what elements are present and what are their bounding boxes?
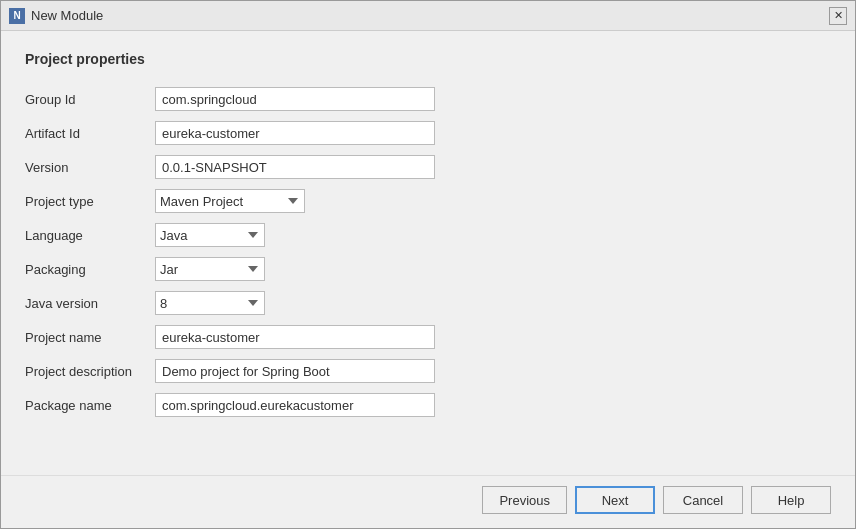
project-description-input[interactable]: [155, 359, 435, 383]
project-name-input[interactable]: [155, 325, 435, 349]
packaging-select[interactable]: Jar War: [155, 257, 265, 281]
next-button[interactable]: Next: [575, 486, 655, 514]
package-name-input[interactable]: [155, 393, 435, 417]
packaging-label: Packaging: [25, 262, 155, 277]
project-type-select[interactable]: Maven Project Gradle Project: [155, 189, 305, 213]
help-button[interactable]: Help: [751, 486, 831, 514]
window-icon: N: [9, 8, 25, 24]
package-name-row: Package name: [25, 393, 831, 417]
group-id-row: Group Id: [25, 87, 831, 111]
cancel-button[interactable]: Cancel: [663, 486, 743, 514]
form-area: Group Id Artifact Id Version Project typ…: [25, 87, 831, 465]
title-bar-left: N New Module: [9, 8, 103, 24]
artifact-id-label: Artifact Id: [25, 126, 155, 141]
project-type-row: Project type Maven Project Gradle Projec…: [25, 189, 831, 213]
new-module-dialog: N New Module ✕ Project properties Group …: [0, 0, 856, 529]
language-label: Language: [25, 228, 155, 243]
language-row: Language Java Kotlin Groovy: [25, 223, 831, 247]
previous-button[interactable]: Previous: [482, 486, 567, 514]
version-input[interactable]: [155, 155, 435, 179]
version-row: Version: [25, 155, 831, 179]
group-id-input[interactable]: [155, 87, 435, 111]
project-name-label: Project name: [25, 330, 155, 345]
package-name-label: Package name: [25, 398, 155, 413]
version-label: Version: [25, 160, 155, 175]
artifact-id-row: Artifact Id: [25, 121, 831, 145]
button-bar: Previous Next Cancel Help: [1, 475, 855, 528]
java-version-label: Java version: [25, 296, 155, 311]
packaging-row: Packaging Jar War: [25, 257, 831, 281]
language-select[interactable]: Java Kotlin Groovy: [155, 223, 265, 247]
window-title: New Module: [31, 8, 103, 23]
group-id-label: Group Id: [25, 92, 155, 107]
artifact-id-input[interactable]: [155, 121, 435, 145]
close-button[interactable]: ✕: [829, 7, 847, 25]
java-version-select[interactable]: 8 11 17: [155, 291, 265, 315]
project-name-row: Project name: [25, 325, 831, 349]
java-version-row: Java version 8 11 17: [25, 291, 831, 315]
dialog-content: Project properties Group Id Artifact Id …: [1, 31, 855, 475]
section-title: Project properties: [25, 51, 831, 67]
title-bar: N New Module ✕: [1, 1, 855, 31]
project-type-label: Project type: [25, 194, 155, 209]
project-description-label: Project description: [25, 364, 155, 379]
project-description-row: Project description: [25, 359, 831, 383]
